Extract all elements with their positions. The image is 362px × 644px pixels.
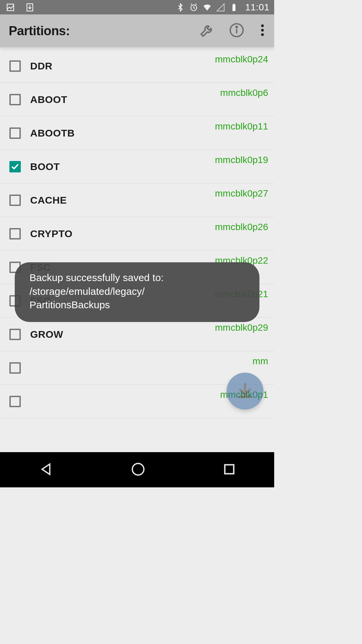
- info-button[interactable]: [228, 22, 245, 40]
- app-actions: [198, 22, 267, 40]
- partition-checkbox[interactable]: [9, 362, 21, 374]
- partition-row[interactable]: BOOTmmcblk0p19: [0, 150, 274, 183]
- download-fab[interactable]: [227, 373, 263, 410]
- app-bar: Partitions:: [0, 14, 274, 47]
- partition-device: mmcblk0p27: [215, 188, 268, 199]
- partition-device: mmcblk0p24: [215, 54, 268, 65]
- svg-rect-3: [233, 4, 236, 11]
- navigation-bar: [0, 452, 274, 487]
- picture-icon: [6, 3, 15, 12]
- toast: Backup successfully saved to: /storage/e…: [15, 262, 259, 322]
- status-time: 11:01: [245, 2, 269, 13]
- partition-checkbox[interactable]: [9, 127, 21, 139]
- overflow-menu-button[interactable]: [257, 22, 267, 40]
- back-button[interactable]: [38, 462, 54, 478]
- partition-row[interactable]: GROWmmcblk0p29: [0, 318, 274, 351]
- page-title: Partitions:: [9, 24, 70, 38]
- download-icon: [25, 3, 34, 12]
- partition-row[interactable]: ABOOTmmcblk0p6: [0, 83, 274, 116]
- svg-point-8: [261, 24, 264, 27]
- battery-icon: [230, 3, 238, 12]
- square-icon: [223, 471, 236, 477]
- svg-rect-4: [233, 4, 235, 4]
- status-right: 11:01: [176, 2, 269, 13]
- wifi-icon: [203, 3, 212, 12]
- svg-point-10: [261, 33, 264, 36]
- partition-name: ABOOTB: [30, 127, 75, 139]
- alarm-icon: [189, 3, 198, 12]
- partition-device: mmcblk0p26: [215, 222, 268, 232]
- home-button[interactable]: [130, 462, 146, 478]
- partition-name: BOOT: [30, 161, 60, 172]
- more-vert-icon: [261, 23, 264, 38]
- status-bar: 11:01: [0, 0, 274, 14]
- svg-point-7: [236, 26, 237, 28]
- partition-name: DDR: [30, 60, 53, 72]
- partition-row[interactable]: DDRmmcblk0p24: [0, 49, 274, 83]
- svg-rect-0: [7, 4, 14, 11]
- toast-line: PartitionsBackups: [29, 298, 245, 312]
- partition-device: mmcblk0p6: [220, 88, 268, 98]
- download-icon: [236, 381, 254, 401]
- svg-point-11: [132, 463, 144, 475]
- partition-row[interactable]: CRYPTOmmcblk0p26: [0, 217, 274, 251]
- home-icon: [130, 472, 146, 478]
- toast-line: /storage/emulated/legacy/: [29, 285, 245, 299]
- partition-checkbox[interactable]: [9, 329, 21, 340]
- partition-name: GROW: [30, 329, 63, 340]
- cell-signal-icon: [216, 3, 225, 12]
- partition-row[interactable]: ABOOTBmmcblk0p11: [0, 116, 274, 150]
- wrench-button[interactable]: [198, 22, 216, 40]
- partition-device: mmcblk0p11: [215, 121, 268, 132]
- back-icon: [38, 472, 54, 478]
- recent-apps-button[interactable]: [223, 463, 236, 477]
- partition-name: CRYPTO: [30, 228, 72, 239]
- partition-checkbox[interactable]: [9, 228, 21, 239]
- partition-checkbox[interactable]: [9, 396, 21, 407]
- partition-checkbox[interactable]: [9, 94, 21, 105]
- svg-rect-12: [225, 465, 234, 474]
- partition-device: mmcblk0p29: [215, 322, 268, 333]
- partition-device: mm: [252, 356, 268, 367]
- info-icon: [229, 22, 244, 39]
- partition-device: mmcblk0p19: [215, 155, 268, 165]
- partition-row[interactable]: CACHEmmcblk0p27: [0, 183, 274, 217]
- partition-checkbox[interactable]: [9, 161, 21, 172]
- bluetooth-icon: [176, 3, 185, 12]
- partition-list[interactable]: DDRmmcblk0p24ABOOTmmcblk0p6ABOOTBmmcblk0…: [0, 47, 274, 418]
- partition-checkbox[interactable]: [9, 195, 21, 206]
- svg-point-9: [261, 29, 264, 32]
- status-left: [6, 3, 34, 12]
- toast-line: Backup successfully saved to:: [29, 271, 245, 285]
- partition-checkbox[interactable]: [9, 60, 21, 72]
- partition-name: CACHE: [30, 195, 67, 206]
- partition-name: ABOOT: [30, 94, 67, 105]
- wrench-icon: [199, 22, 215, 40]
